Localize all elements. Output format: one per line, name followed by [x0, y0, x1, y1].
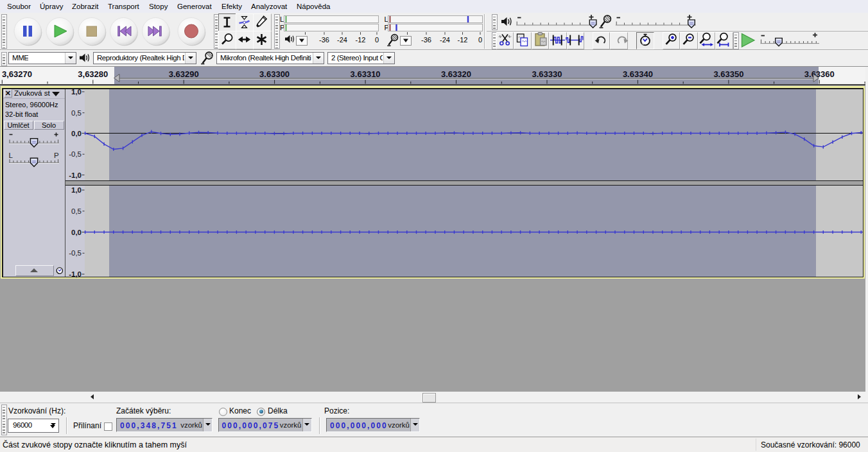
svg-text:3.63330: 3.63330	[532, 69, 562, 79]
svg-text:0,5: 0,5	[71, 109, 82, 117]
svg-text:1,0: 1,0	[71, 186, 82, 194]
svg-text:0,0: 0,0	[71, 229, 82, 236]
svg-text:3.63340: 3.63340	[623, 69, 653, 79]
svg-text:-1,0: -1,0	[69, 270, 82, 278]
svg-text:-0,5: -0,5	[69, 150, 82, 158]
svg-text:3.63300: 3.63300	[259, 69, 290, 79]
svg-text:3.63310: 3.63310	[351, 69, 381, 79]
svg-text:3.63320: 3.63320	[441, 69, 471, 79]
svg-text:3.63360: 3.63360	[804, 69, 835, 79]
svg-text:3.63290: 3.63290	[169, 69, 199, 79]
svg-text:0,5: 0,5	[71, 207, 82, 215]
svg-text:1,0: 1,0	[71, 88, 82, 96]
svg-text:0,0: 0,0	[71, 130, 82, 137]
svg-text:-0,5: -0,5	[69, 249, 82, 257]
svg-text:3.63350: 3.63350	[713, 69, 743, 79]
svg-text:-1,0: -1,0	[69, 171, 82, 179]
